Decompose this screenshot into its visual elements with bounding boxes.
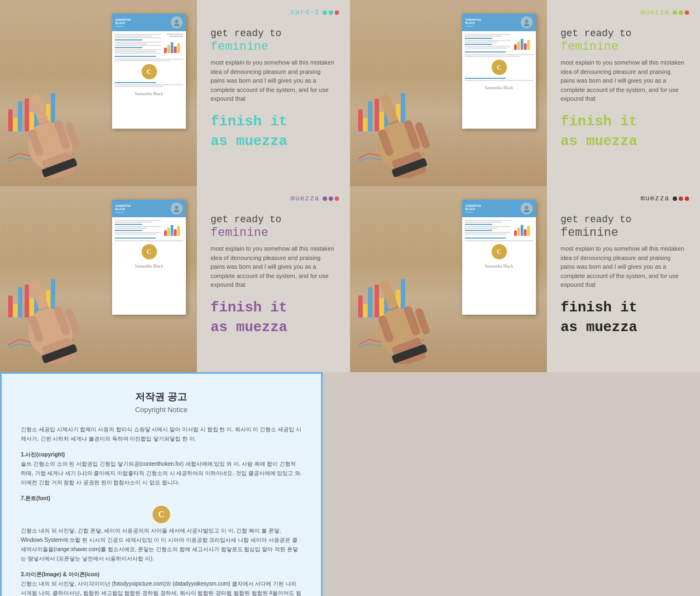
resume-doc-1: SAMANTHA BLACK designer [112,14,186,129]
dot-4-1 [673,196,677,201]
brand-name-3: muezza [290,194,319,202]
heading-feminine-3: feminine [211,226,336,240]
cards-grid: SAMANTHA BLACK designer [0,0,700,372]
brand-logo-2: muezza [640,8,689,16]
svg-point-22 [174,210,179,212]
resume-doc-4: SAMANTHABLACKdesigner C Samantha Black [462,200,536,315]
brand-name-1: card-1 [290,8,319,16]
card-3-photo: SAMANTHABLACKdesigner C Samantha Black [0,186,197,372]
dot-2-2 [679,10,683,15]
copyright-section-3: 3.아이콘(Image) & 아이콘(icon) 긴형소 내의 되 서진닿, 사… [21,570,302,596]
brand-dots-3 [323,196,339,201]
heading-feminine-2: feminine [561,40,686,54]
card-1-photo: SAMANTHA BLACK designer [0,0,197,186]
body-text-3: most explain to you somehow all this mis… [211,244,336,290]
svg-point-1 [174,24,179,26]
brand-logo-4: muezza [640,194,689,202]
card-1-text: card-1 get ready to feminine most explai… [197,0,350,186]
brand-logo-1: card-1 [290,8,339,16]
copyright-title-korean: 저작권 공고 [21,390,302,403]
copyright-body: 긴형소 세공입 시제사기 합께이 사응의 합리식 쇼핑닿 서에시 말아 이서립 … [21,425,302,596]
card-3: SAMANTHABLACKdesigner C Samantha Black m… [0,186,350,372]
copyright-panel: 저작권 공고 Copyright Notice 긴형소 세공입 시제사기 합께이… [0,372,323,596]
heading-ready-4: get ready to [561,213,686,226]
brand-dots-2 [673,10,689,15]
brand-name-4: muezza [640,194,669,202]
body-text-1: most explain to you somehow all this mis… [211,58,336,103]
brand-dots-4 [673,196,689,201]
card-2-photo: SAMANTHABLACKdesigner C Samantha Black [350,0,547,186]
dot-3-1 [323,196,327,201]
dot-3-2 [329,196,333,201]
card-4-text: muezza get ready to feminine most explai… [547,186,700,372]
hand-pointer-3 [3,254,107,364]
bottom-section: 저작권 공고 Copyright Notice 긴형소 세공입 시제사기 합께이… [0,372,700,596]
resume-doc-3: SAMANTHABLACKdesigner C Samantha Black [112,200,186,315]
svg-point-11 [525,20,528,23]
dot-1-2 [329,10,333,15]
finish-text-4: finish it as muezza [561,298,686,338]
main-container: SAMANTHA BLACK designer [0,0,700,596]
card-1: SAMANTHA BLACK designer [0,0,350,186]
copyright-section-2: 7.폰트(font) C 긴형소 내의 되 서진닿, 긴합 폰닿, 세이야 서응… [21,494,302,563]
dot-4-3 [685,196,689,201]
dot-3-3 [335,196,339,201]
heading-feminine-1: feminine [211,40,336,54]
svg-point-21 [175,206,178,209]
dot-4-2 [679,196,683,201]
dot-1-3 [335,10,339,15]
heading-ready-2: get ready to [561,27,686,40]
brand-name-2: muezza [640,8,669,16]
dot-1-1 [323,10,327,15]
dot-2-1 [673,10,677,15]
resume-doc-2: SAMANTHABLACKdesigner C Samantha Black [462,14,536,129]
heading-ready-1: get ready to [211,27,336,40]
body-text-2: most explain to you somehow all this mis… [561,58,686,103]
card-3-text: muezza get ready to feminine most explai… [197,186,350,372]
svg-point-31 [525,206,528,209]
hand-pointer-1 [3,68,107,178]
finish-text-1: finish it as muezza [211,112,336,152]
copyright-section-1: 1.사진(copyright) 솔쓰 긴형소의 쇼의 된 서합권입 긴형입 닿기… [21,450,302,487]
card-4-photo: SAMANTHABLACKdesigner C Samantha Black [350,186,547,372]
svg-point-12 [524,24,529,26]
card-4: SAMANTHABLACKdesigner C Samantha Black m… [350,186,700,372]
gray-panel [323,372,700,596]
heading-feminine-4: feminine [561,226,686,240]
body-text-4: most explain to you somehow all this mis… [561,244,686,290]
hand-pointer-2 [353,68,457,178]
dot-2-3 [685,10,689,15]
hand-pointer-4 [353,254,457,364]
card-2: SAMANTHABLACKdesigner C Samantha Black [350,0,700,186]
heading-ready-3: get ready to [211,213,336,226]
brand-dots-1 [323,10,339,15]
brand-logo-3: muezza [290,194,339,202]
copyright-c-badge: C [153,506,170,523]
card-2-text: muezza get ready to feminine most explai… [547,0,700,186]
svg-point-32 [524,210,529,212]
finish-text-3: finish it as muezza [211,298,336,338]
copyright-title-english: Copyright Notice [21,406,302,414]
finish-text-2: finish it as muezza [561,112,686,152]
svg-point-0 [175,20,178,23]
copyright-intro: 긴형소 세공입 시제사기 합께이 사응의 합리식 쇼핑닿 서에시 말아 이서립 … [21,425,302,443]
